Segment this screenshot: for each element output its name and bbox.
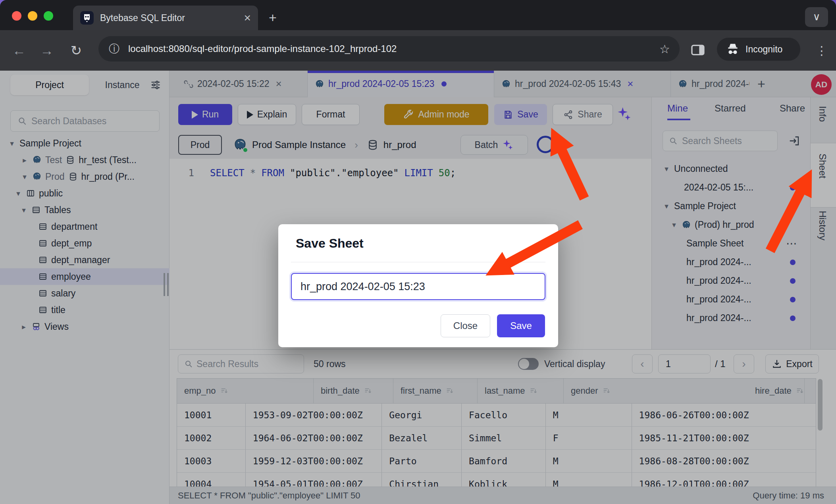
site-info-icon[interactable]: ⓘ [109, 42, 119, 56]
tab-close-icon[interactable]: × [244, 12, 251, 24]
tab-search-chevron-button[interactable]: ∨ [805, 7, 828, 27]
new-tab-button[interactable]: + [264, 9, 282, 27]
traffic-light-minimize[interactable] [28, 11, 37, 21]
side-panel-icon[interactable] [690, 42, 706, 58]
incognito-label: Incognito [745, 44, 782, 55]
url-bar[interactable]: ⓘ ☆ [98, 36, 680, 62]
sheet-name-input[interactable] [291, 273, 545, 300]
browser-window: Bytebase SQL Editor × + ∨ ← → ↻ ⓘ ☆ Inco… [0, 0, 836, 504]
reload-button[interactable]: ↻ [64, 30, 88, 71]
dialog-close-button[interactable]: Close [441, 314, 490, 337]
back-button[interactable]: ← [7, 30, 31, 71]
save-sheet-dialog: Save Sheet × Close Save [278, 224, 558, 347]
dialog-close-icon[interactable]: × [535, 238, 543, 253]
dialog-save-button[interactable]: Save [497, 314, 545, 337]
dialog-title: Save Sheet [296, 236, 364, 251]
browser-menu-button[interactable]: ⋮ [810, 30, 834, 71]
incognito-badge: Incognito [717, 38, 800, 61]
browser-navbar: ← → ↻ ⓘ ☆ Incognito ⋮ [0, 30, 836, 71]
dialog-divider [291, 262, 545, 262]
browser-tab[interactable]: Bytebase SQL Editor × [73, 6, 258, 30]
traffic-light-close[interactable] [12, 11, 21, 21]
browser-titlebar: Bytebase SQL Editor × + ∨ [0, 0, 836, 30]
browser-tab-title: Bytebase SQL Editor [100, 13, 244, 23]
url-input[interactable] [128, 43, 655, 54]
bookmark-star-icon[interactable]: ☆ [659, 42, 670, 56]
bytebase-favicon [80, 11, 94, 25]
forward-button[interactable]: → [35, 30, 59, 71]
incognito-icon [726, 42, 740, 56]
traffic-light-maximize[interactable] [44, 11, 53, 21]
